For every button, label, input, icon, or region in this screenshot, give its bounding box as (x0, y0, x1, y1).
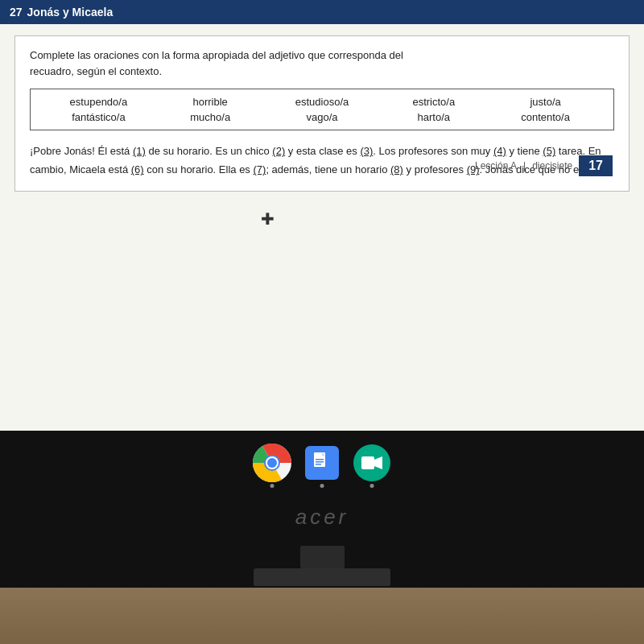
svg-marker-9 (374, 456, 382, 469)
monitor-stand-neck (300, 546, 345, 568)
word-row-2: fantástico/a mucho/a vago/a harto/a cont… (43, 111, 601, 123)
page-number-box: 17 (579, 155, 613, 176)
docs-icon (305, 446, 339, 480)
exercise-title: Jonás y Micaela (27, 6, 114, 19)
word-7: mucho/a (174, 111, 246, 123)
acer-logo: acer (0, 505, 644, 530)
exercise-number: 27 (10, 6, 23, 19)
word-box: estupendo/a horrible estudioso/a estrict… (30, 89, 614, 130)
svg-rect-7 (316, 464, 321, 465)
chrome-icon-container[interactable] (253, 444, 291, 482)
taskbar (0, 431, 644, 482)
word-8: vago/a (286, 111, 358, 123)
svg-rect-5 (316, 459, 324, 460)
chrome-dot (270, 484, 275, 488)
word-4: estricto/a (398, 96, 470, 108)
meet-icon (353, 444, 390, 481)
word-row-1: estupendo/a horrible estudioso/a estrict… (43, 96, 601, 108)
word-6: fantástico/a (62, 111, 134, 123)
word-2: horrible (174, 96, 246, 108)
page-word: diecisiete (532, 160, 572, 171)
instruction-text: Complete las oraciones con la forma apro… (30, 47, 614, 79)
word-5: justo/a (510, 96, 582, 108)
word-3: estudioso/a (286, 96, 358, 108)
word-9: harto/a (398, 111, 470, 123)
meet-dot (370, 484, 374, 488)
footer-divider: | (523, 160, 526, 171)
page-footer: Lección A | diecisiete 17 (475, 155, 613, 176)
docs-icon-container[interactable] (303, 444, 341, 482)
docs-dot (320, 484, 324, 488)
chrome-icon (253, 444, 291, 482)
word-10: contento/a (510, 111, 582, 123)
desk-surface (0, 588, 644, 644)
svg-rect-6 (316, 461, 324, 463)
cursor-crosshair: ✚ (261, 209, 275, 229)
word-1: estupendo/a (62, 96, 134, 108)
monitor-screen: 27 Jonás y Micaela Complete las oracione… (0, 0, 644, 431)
svg-point-3 (267, 458, 277, 468)
monitor-stand-base (254, 568, 390, 586)
svg-rect-8 (361, 456, 374, 469)
header-bar: 27 Jonás y Micaela (0, 0, 644, 24)
leccion-label: Lección A (475, 160, 517, 171)
meet-icon-container[interactable] (353, 444, 391, 482)
